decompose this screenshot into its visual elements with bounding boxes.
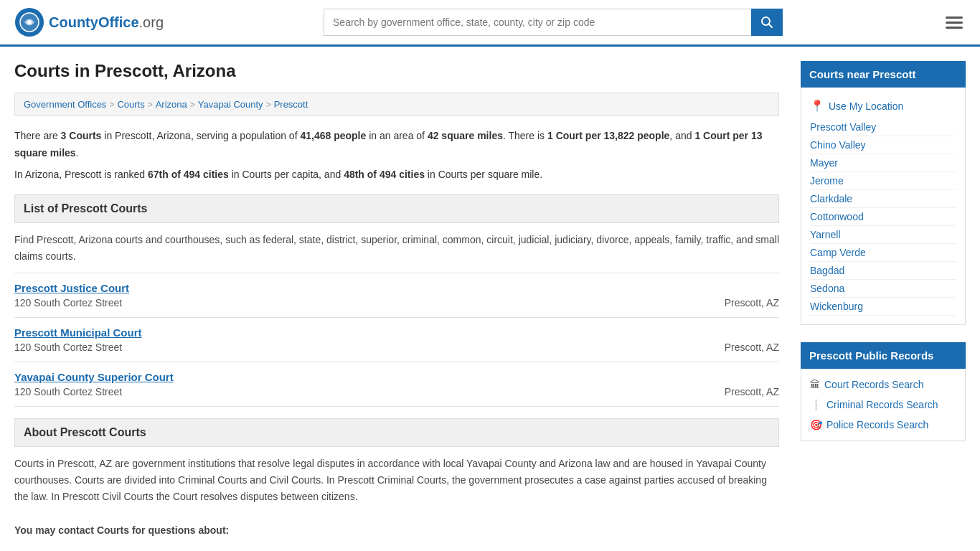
public-records-title: Prescott Public Records <box>801 342 966 369</box>
court-address-3: 120 South Cortez Street <box>14 386 122 397</box>
city-link-cottonwood[interactable]: Cottonwood <box>810 208 956 226</box>
search-input[interactable] <box>324 9 751 36</box>
rank-area: 48th of 494 cities <box>344 169 425 180</box>
main-container: Courts in Prescott, Arizona Government O… <box>0 47 980 551</box>
court-name-1[interactable]: Prescott Justice Court <box>14 282 779 294</box>
court-location-3: Prescott, AZ <box>725 386 779 397</box>
court-records-label: Court Records Search <box>824 379 924 390</box>
list-section-header: List of Prescott Courts <box>14 194 779 223</box>
warning-icon: ❕ <box>810 399 822 410</box>
courts-near-section: Courts near Prescott 📍 Use My Location P… <box>801 61 966 325</box>
public-records-section: Prescott Public Records 🏛 Court Records … <box>801 342 966 441</box>
svg-point-2 <box>27 20 32 24</box>
public-records-inner: 🏛 Court Records Search ❕ Criminal Record… <box>801 369 966 441</box>
about-section: About Prescott Courts Courts in Prescott… <box>14 418 779 547</box>
breadcrumb-link-gov-offices[interactable]: Government Offices <box>24 99 106 110</box>
use-location-link[interactable]: 📍 Use My Location <box>810 93 956 116</box>
criminal-records-label: Criminal Records Search <box>826 399 938 410</box>
about-contact-label: You may contact Courts for questions abo… <box>14 524 229 536</box>
logo-text: CountyOffice.org <box>49 14 164 31</box>
menu-line <box>946 22 963 24</box>
svg-line-4 <box>769 24 773 28</box>
city-link-mayer[interactable]: Mayer <box>810 154 956 172</box>
court-item-2: Prescott Municipal Court 120 South Corte… <box>14 318 779 362</box>
sidebar-cities: Prescott Valley Chino Valley Mayer Jerom… <box>810 116 956 319</box>
court-row-3: 120 South Cortez Street Prescott, AZ <box>14 386 779 397</box>
use-location-label: Use My Location <box>829 100 903 112</box>
court-name-3[interactable]: Yavapai County Superior Court <box>14 371 779 383</box>
pin-icon: 📍 <box>810 99 824 113</box>
area: 42 square miles <box>428 130 503 141</box>
court-item-1: Prescott Justice Court 120 South Cortez … <box>14 273 779 318</box>
police-records-link[interactable]: 🎯 Police Records Search <box>810 415 956 435</box>
population: 41,468 people <box>300 130 366 141</box>
breadcrumb-sep: > <box>190 100 195 110</box>
columns-icon: 🏛 <box>810 379 820 390</box>
target-icon: 🎯 <box>810 419 822 430</box>
logo-area: CountyOffice.org <box>14 7 164 37</box>
breadcrumb: Government Offices > Courts > Arizona > … <box>14 93 779 116</box>
city-link-chino-valley[interactable]: Chino Valley <box>810 136 956 154</box>
city-link-camp-verde[interactable]: Camp Verde <box>810 244 956 262</box>
court-location-2: Prescott, AZ <box>725 342 779 353</box>
menu-button[interactable] <box>943 14 966 32</box>
stats-line1: There are 3 Courts in Prescott, Arizona,… <box>14 128 779 162</box>
list-section: List of Prescott Courts Find Prescott, A… <box>14 194 779 407</box>
city-link-yarnell[interactable]: Yarnell <box>810 226 956 244</box>
breadcrumb-sep: > <box>266 100 271 110</box>
about-body: Courts in Prescott, AZ are government in… <box>14 447 779 514</box>
breadcrumb-link-courts[interactable]: Courts <box>117 99 144 110</box>
list-description: Find Prescott, Arizona courts and courth… <box>14 223 779 273</box>
breadcrumb-sep: > <box>148 100 153 110</box>
menu-line <box>946 17 963 19</box>
breadcrumb-link-yavapai[interactable]: Yavapai County <box>198 99 263 110</box>
court-row-2: 120 South Cortez Street Prescott, AZ <box>14 342 779 353</box>
search-button[interactable] <box>751 9 783 36</box>
stats-section: There are 3 Courts in Prescott, Arizona,… <box>14 128 779 183</box>
search-area <box>324 9 783 36</box>
city-link-bagdad[interactable]: Bagdad <box>810 262 956 280</box>
stats-rank: In Arizona, Prescott is ranked 67th of 4… <box>14 166 779 184</box>
court-row-1: 120 South Cortez Street Prescott, AZ <box>14 297 779 309</box>
about-section-header: About Prescott Courts <box>14 418 779 447</box>
courts-count: 3 Courts <box>61 130 102 141</box>
city-link-clarkdale[interactable]: Clarkdale <box>810 190 956 208</box>
city-link-wickenburg[interactable]: Wickenburg <box>810 298 956 316</box>
city-link-prescott-valley[interactable]: Prescott Valley <box>810 118 956 136</box>
content: Courts in Prescott, Arizona Government O… <box>14 61 779 548</box>
page-title: Courts in Prescott, Arizona <box>14 61 779 81</box>
courts-near-inner: 📍 Use My Location Prescott Valley Chino … <box>801 88 966 325</box>
court-records-link[interactable]: 🏛 Court Records Search <box>810 375 956 395</box>
city-link-jerome[interactable]: Jerome <box>810 172 956 190</box>
breadcrumb-link-arizona[interactable]: Arizona <box>156 99 187 110</box>
criminal-records-link[interactable]: ❕ Criminal Records Search <box>810 395 956 415</box>
court-location-1: Prescott, AZ <box>725 297 779 309</box>
court-address-2: 120 South Cortez Street <box>14 342 122 353</box>
courts-near-title: Courts near Prescott <box>801 61 966 88</box>
logo-icon <box>14 7 44 37</box>
court-item-3: Yavapai County Superior Court 120 South … <box>14 362 779 407</box>
court-name-2[interactable]: Prescott Municipal Court <box>14 326 779 339</box>
court-address-1: 120 South Cortez Street <box>14 297 122 309</box>
police-records-label: Police Records Search <box>826 419 928 430</box>
breadcrumb-sep: > <box>109 100 114 110</box>
breadcrumb-link-prescott[interactable]: Prescott <box>274 99 308 110</box>
sidebar: Courts near Prescott 📍 Use My Location P… <box>801 61 966 548</box>
rank-capita: 67th of 494 cities <box>148 169 229 180</box>
city-link-sedona[interactable]: Sedona <box>810 280 956 298</box>
per-capita: 1 Court per 13,822 people <box>547 130 669 141</box>
about-contact: You may contact Courts for questions abo… <box>14 514 779 547</box>
search-icon <box>760 16 773 29</box>
header: CountyOffice.org <box>0 0 980 47</box>
menu-line <box>946 27 963 29</box>
